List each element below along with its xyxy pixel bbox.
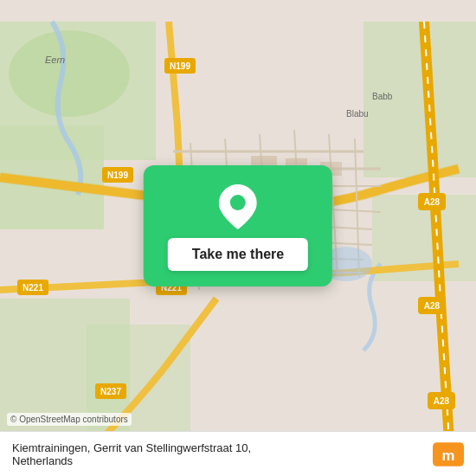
svg-point-48 — [230, 195, 246, 210]
svg-text:Eern: Eern — [45, 55, 65, 65]
address-text: Kiemtrainingen, Gerrit van Stellingwerfs… — [12, 441, 251, 467]
osm-attribution-text: © OpenStreetMap contributors — [10, 415, 128, 424]
svg-text:A28: A28 — [424, 301, 441, 311]
address-country: Netherlands — [12, 454, 73, 467]
svg-point-3 — [9, 30, 130, 117]
svg-text:N199: N199 — [107, 170, 128, 180]
map-container: N199 N199 N221 N221 N237 A28 A28 A28 Eer… — [0, 0, 476, 476]
bottom-bar: Kiemtrainingen, Gerrit van Stellingwerfs… — [0, 431, 476, 476]
svg-text:A28: A28 — [434, 396, 450, 406]
svg-text:N237: N237 — [100, 387, 121, 396]
moovit-icon: m — [433, 442, 464, 466]
take-me-there-button[interactable]: Take me there — [168, 238, 308, 271]
location-pin-icon — [219, 184, 257, 229]
address-line: Kiemtrainingen, Gerrit van Stellingwerfs… — [12, 441, 251, 454]
cta-card: Take me there — [144, 165, 332, 286]
cta-overlay: Take me there — [144, 165, 332, 286]
svg-text:Blabu: Blabu — [346, 109, 369, 119]
osm-attribution: © OpenStreetMap contributors — [7, 413, 132, 426]
svg-text:N221: N221 — [23, 283, 43, 293]
svg-text:m: m — [442, 447, 455, 463]
svg-text:A28: A28 — [424, 197, 441, 207]
svg-text:N199: N199 — [170, 61, 190, 71]
moovit-logo: m — [433, 442, 464, 466]
svg-text:Babb: Babb — [372, 92, 393, 101]
